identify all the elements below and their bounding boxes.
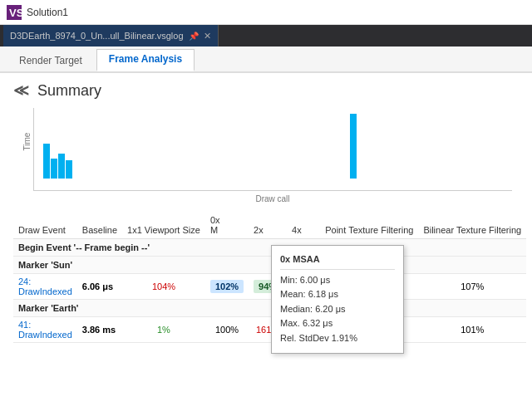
table-wrapper: Draw Event Baseline 1x1 Viewport Size 0x… bbox=[13, 212, 519, 343]
vs-logo-icon: VS bbox=[7, 5, 22, 20]
chart-container bbox=[33, 108, 512, 191]
header-draw-event: Draw Event bbox=[13, 212, 77, 239]
tooltip-line: Median: 6.20 μs bbox=[280, 302, 395, 317]
cell-bilinear-texture: 101% bbox=[418, 317, 526, 343]
chart-x-label: Draw call bbox=[33, 194, 512, 203]
section-label: Marker 'Earth' bbox=[13, 300, 526, 317]
cell-baseline: 6.06 μs bbox=[77, 274, 122, 300]
cell-draw-event[interactable]: 24: DrawIndexed bbox=[13, 274, 77, 300]
header-bilinear-texture: Bilinear Texture Filtering bbox=[418, 212, 526, 239]
cell-viewport: 1% bbox=[122, 317, 205, 343]
header-2x: 2x bbox=[249, 212, 287, 239]
chart-bar bbox=[66, 160, 72, 179]
file-tab-bar: D3DEarth_8974_0_Un...ull_Bilinear.vsglog… bbox=[0, 25, 532, 46]
tooltip-line: Mean: 6.18 μs bbox=[280, 287, 395, 302]
section-label: Marker 'Sun' bbox=[13, 257, 526, 274]
chart-bar bbox=[350, 114, 357, 179]
cell-viewport: 104% bbox=[122, 274, 205, 300]
panel-tab-bar: Render Target Frame Analysis bbox=[0, 46, 532, 73]
header-0x: 0xM bbox=[205, 212, 249, 239]
table-row: Marker 'Sun' bbox=[13, 257, 526, 274]
tooltip-popup: 0x MSAA Min: 6.00 μsMean: 6.18 μsMedian:… bbox=[271, 245, 404, 354]
cell-0x: 100% bbox=[205, 317, 249, 343]
tooltip-title: 0x MSAA bbox=[280, 252, 395, 270]
table-row: 41: DrawIndexed3.86 ms1%100%161%170%86%1… bbox=[13, 317, 526, 343]
cell-draw-event[interactable]: 41: DrawIndexed bbox=[13, 317, 77, 343]
file-tab-label: D3DEarth_8974_0_Un...ull_Bilinear.vsglog bbox=[10, 31, 184, 41]
chart-bar bbox=[51, 159, 57, 179]
summary-title: Summary bbox=[37, 82, 101, 100]
tooltip-line: Max. 6.32 μs bbox=[280, 316, 395, 331]
cell-0x: 102% bbox=[205, 274, 249, 300]
table-row: Begin Event '-- Frame begin --' bbox=[13, 239, 526, 257]
tab-frame-analysis[interactable]: Frame Analysis bbox=[96, 49, 195, 71]
file-tab[interactable]: D3DEarth_8974_0_Un...ull_Bilinear.vsglog… bbox=[3, 25, 219, 46]
section-label: Begin Event '-- Frame begin --' bbox=[13, 239, 526, 257]
header-baseline: Baseline bbox=[77, 212, 122, 239]
svg-text:VS: VS bbox=[9, 7, 22, 19]
app-title: Solution1 bbox=[27, 7, 68, 18]
summary-header: ≪ Summary bbox=[13, 81, 519, 100]
chart-bar bbox=[43, 144, 50, 179]
chart-bar bbox=[58, 154, 65, 179]
title-bar: VS Solution1 bbox=[0, 0, 532, 25]
tooltip-line: Min: 6.00 μs bbox=[280, 273, 395, 288]
cell-bilinear-texture: 107% bbox=[418, 274, 526, 300]
data-table: Draw Event Baseline 1x1 Viewport Size 0x… bbox=[13, 212, 526, 343]
pin-icon: 📌 bbox=[189, 32, 199, 41]
cell-baseline: 3.86 ms bbox=[77, 317, 122, 343]
table-row: Marker 'Earth' bbox=[13, 300, 526, 317]
close-icon[interactable]: ✕ bbox=[204, 31, 211, 42]
tooltip-line: Rel. StdDev 1.91% bbox=[280, 331, 395, 346]
header-4x: 4x bbox=[287, 212, 320, 239]
header-point-texture: Point Texture Filtering bbox=[320, 212, 418, 239]
chart-y-label: Time bbox=[22, 133, 32, 151]
chart-bars bbox=[34, 108, 512, 179]
table-row: 24: DrawIndexed6.06 μs104%102%94%98%102%… bbox=[13, 274, 526, 300]
header-viewport: 1x1 Viewport Size bbox=[122, 212, 205, 239]
summary-chevron: ≪ bbox=[13, 81, 29, 100]
main-content: ≪ Summary Time Draw call Draw Event Base… bbox=[0, 73, 532, 416]
tab-render-target[interactable]: Render Target bbox=[7, 51, 95, 71]
